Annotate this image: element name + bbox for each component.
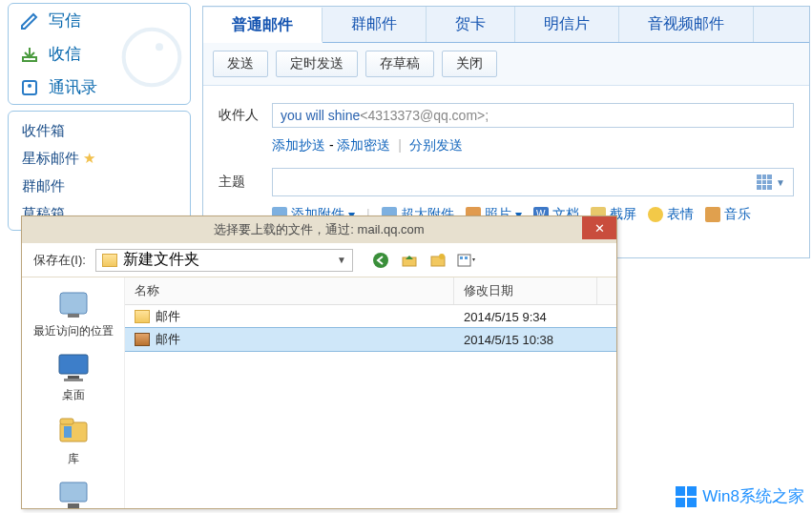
windows-icon	[676, 486, 697, 507]
tab-postcard[interactable]: 明信片	[515, 7, 619, 42]
file-row[interactable]: 邮件 2014/5/15 10:38	[125, 328, 616, 351]
view-menu-button[interactable]	[456, 250, 477, 271]
svg-rect-15	[64, 379, 83, 381]
chevron-down-icon[interactable]: ▼	[776, 177, 785, 188]
save-in-label: 保存在(I):	[33, 252, 86, 269]
dialog-titlebar[interactable]: 选择要上载的文件，通过: mail.qq.com ✕	[22, 216, 616, 243]
folder-select-value: 新建文件夹	[123, 250, 199, 270]
tool-music[interactable]: 音乐	[705, 206, 751, 223]
dialog-close-button[interactable]: ✕	[582, 216, 616, 239]
nav-label: 收信	[49, 43, 81, 65]
svg-rect-20	[68, 503, 79, 508]
desktop-icon	[54, 349, 93, 385]
svg-rect-10	[465, 256, 468, 259]
svg-rect-11	[60, 293, 87, 314]
nav-card: 写信 收信 通讯录	[8, 3, 191, 105]
folder-icon	[135, 310, 150, 323]
dialog-title: 选择要上载的文件，通过: mail.qq.com	[214, 221, 424, 238]
svg-point-7	[439, 254, 445, 259]
folder-select[interactable]: 新建文件夹 ▼	[95, 249, 353, 272]
svg-point-0	[124, 30, 180, 86]
recipient-label: 收件人	[219, 107, 272, 124]
tab-av[interactable]: 音视频邮件	[619, 7, 754, 42]
recipient-email: <4313373@qq.com>;	[360, 108, 489, 123]
cc-bcc-links: 添加抄送 - 添加密送 | 分别发送	[272, 137, 794, 154]
file-list: 名称 修改日期 邮件 2014/5/15 9:34 邮件 2014/5/15 1…	[125, 277, 616, 508]
watermark: Win8系统之家	[676, 485, 804, 507]
tab-normal[interactable]: 普通邮件	[203, 8, 323, 43]
smile-icon	[648, 207, 663, 222]
grid-icon[interactable]	[757, 174, 772, 190]
tab-row: 普通邮件 群邮件 贺卡 明信片 音视频邮件	[203, 7, 809, 43]
file-open-dialog: 选择要上载的文件，通过: mail.qq.com ✕ 保存在(I): 新建文件夹…	[21, 215, 617, 509]
close-button[interactable]: 关闭	[442, 51, 497, 77]
tool-emoji[interactable]: 表情	[648, 206, 694, 223]
timed-send-button[interactable]: 定时发送	[276, 51, 358, 77]
file-row[interactable]: 邮件 2014/5/15 9:34	[125, 305, 616, 328]
svg-rect-8	[458, 255, 470, 266]
chevron-down-icon: ▼	[337, 255, 346, 265]
column-name[interactable]: 名称	[125, 277, 454, 304]
folder-inbox[interactable]: 收件箱	[12, 117, 186, 145]
watermark-text: Win8系统之家	[702, 485, 804, 507]
close-icon: ✕	[594, 221, 605, 236]
recent-icon	[54, 285, 93, 321]
folder-starred[interactable]: 星标邮件★	[12, 145, 186, 173]
subject-input[interactable]: ▼	[272, 168, 794, 196]
nav-label: 通讯录	[49, 76, 97, 98]
svg-rect-9	[460, 256, 463, 259]
svg-point-4	[373, 253, 388, 268]
inbox-icon	[20, 46, 39, 63]
nav-label: 写信	[49, 10, 81, 31]
compose-icon	[20, 12, 39, 30]
star-icon: ★	[83, 150, 95, 166]
places-bar: 最近访问的位置 桌面 库	[22, 277, 125, 508]
up-folder-button[interactable]	[399, 250, 420, 271]
svg-point-3	[28, 84, 31, 88]
tab-card[interactable]: 贺卡	[427, 7, 515, 42]
penguin-decoration	[114, 19, 190, 95]
send-button[interactable]: 发送	[213, 51, 268, 77]
file-list-header: 名称 修改日期	[125, 277, 616, 305]
folder-icon	[102, 254, 117, 267]
computer-icon	[54, 477, 93, 513]
svg-rect-19	[60, 482, 87, 502]
new-folder-button[interactable]	[427, 250, 448, 271]
split-send-link[interactable]: 分别发送	[409, 137, 463, 153]
button-row: 发送 定时发送 存草稿 关闭	[203, 43, 809, 86]
folder-group[interactable]: 群邮件	[12, 173, 186, 200]
add-cc-link[interactable]: 添加抄送	[272, 137, 325, 153]
music-icon	[705, 207, 720, 222]
contacts-icon	[20, 79, 39, 96]
place-recent[interactable]: 最近访问的位置	[22, 281, 124, 343]
svg-point-1	[156, 43, 163, 51]
folder-card: 收件箱 星标邮件★ 群邮件 草稿箱	[8, 111, 191, 231]
column-date[interactable]: 修改日期	[454, 277, 597, 304]
dialog-toolbar: 保存在(I): 新建文件夹 ▼	[22, 243, 616, 277]
place-computer[interactable]	[22, 473, 124, 513]
back-button[interactable]	[370, 250, 391, 271]
recipient-input[interactable]: you will shine<4313373@qq.com>;	[272, 103, 794, 128]
subject-label: 主题	[219, 174, 272, 191]
place-library[interactable]: 库	[22, 409, 124, 471]
place-desktop[interactable]: 桌面	[22, 345, 124, 407]
svg-rect-18	[64, 426, 72, 438]
svg-rect-14	[68, 376, 79, 379]
archive-icon	[135, 333, 150, 346]
svg-rect-17	[60, 419, 73, 424]
svg-rect-13	[59, 355, 88, 374]
recipient-name: you will shine	[281, 108, 360, 123]
save-draft-button[interactable]: 存草稿	[365, 51, 434, 77]
svg-rect-12	[68, 314, 79, 318]
library-icon	[54, 413, 93, 449]
tab-group[interactable]: 群邮件	[323, 7, 427, 42]
add-bcc-link[interactable]: 添加密送	[337, 137, 390, 153]
